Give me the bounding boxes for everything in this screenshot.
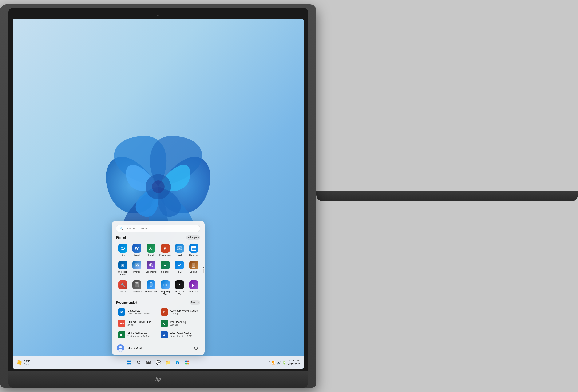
taskbar-search[interactable]: [135, 358, 143, 367]
svg-rect-22: [136, 283, 138, 284]
taskbar-taskview[interactable]: [144, 358, 153, 367]
time-date[interactable]: 11:11 AM 4/27/2023: [288, 359, 300, 366]
rec-subtitle-peru: 12h ago: [170, 324, 198, 326]
rec-peru[interactable]: X Peru Planning 12h ago: [159, 318, 200, 329]
app-onenote[interactable]: N OneNote: [187, 279, 200, 298]
excel-icon: X: [146, 244, 155, 253]
svg-rect-47: [129, 363, 131, 364]
svg-text:🔧: 🔧: [121, 282, 126, 287]
app-calendar[interactable]: 27 Calendar: [187, 242, 200, 258]
svg-rect-50: [146, 361, 148, 362]
rec-subtitle-get-started: Welcome to Windows: [127, 312, 156, 315]
rec-summit[interactable]: PDF Summit Hiking Guide 2h ago: [116, 318, 158, 329]
taskbar-explorer[interactable]: 📁: [164, 358, 172, 367]
app-utilities[interactable]: 🔧 Utilities: [116, 279, 129, 298]
more-button[interactable]: More ›: [190, 301, 200, 305]
app-excel[interactable]: X Excel: [144, 242, 158, 258]
recommended-label: Recommended: [116, 301, 137, 304]
word-label: Word: [134, 254, 140, 257]
page-dot-1: [203, 267, 204, 268]
taskbar-right: ^ 📶 🔊 🔋 11:11 AM 4/27/2023: [269, 359, 300, 366]
app-powerpoint[interactable]: P PowerPoint: [159, 242, 172, 258]
rec-icon-get-started: [118, 308, 125, 316]
all-apps-button[interactable]: All apps ›: [186, 235, 200, 240]
recommended-header: Recommended More ›: [116, 301, 200, 305]
app-todo[interactable]: To Do: [173, 259, 186, 278]
svg-point-24: [137, 285, 137, 285]
taskbar-edge[interactable]: [173, 358, 182, 367]
rec-subtitle-westcoast: Yesterday at 1:15 PM: [170, 335, 198, 338]
rec-info-summit: Summit Hiking Guide 2h ago: [127, 321, 156, 326]
svg-text:X: X: [120, 333, 122, 337]
snipping-icon: ✂: [161, 280, 170, 289]
svg-rect-53: [149, 362, 150, 364]
clipchamp-label: Clipchamp: [145, 270, 156, 273]
word-icon: W: [133, 244, 141, 253]
clipchamp-icon: [146, 261, 155, 269]
battery-icon[interactable]: 🔋: [282, 361, 287, 365]
utilities-icon: 🔧: [118, 280, 127, 289]
laptop-base: [316, 191, 578, 201]
network-icon[interactable]: 📶: [271, 361, 276, 365]
pinned-label: Pinned: [116, 236, 126, 239]
weather-widget[interactable]: ☀️ 72°F Sunny: [16, 359, 31, 366]
tray-expand[interactable]: ^: [269, 361, 270, 364]
svg-point-25: [137, 285, 138, 285]
app-photos[interactable]: Photos: [130, 259, 144, 278]
svg-rect-57: [188, 363, 189, 364]
svg-text:✂: ✂: [163, 282, 167, 287]
app-solitaire[interactable]: ♠ Solitaire: [159, 259, 172, 278]
volume-icon[interactable]: 🔊: [277, 361, 281, 365]
power-button[interactable]: [192, 345, 199, 351]
start-button[interactable]: [125, 358, 133, 367]
taskbar-teams[interactable]: 💬: [154, 358, 162, 367]
app-mail[interactable]: Mail: [173, 242, 186, 258]
svg-point-23: [136, 285, 137, 285]
svg-text:P: P: [163, 310, 165, 314]
user-name: Takumi Morita: [126, 347, 143, 350]
svg-rect-5: [177, 247, 182, 250]
search-input[interactable]: Type here to search: [125, 227, 197, 230]
ventilation-left: [357, 196, 441, 196]
svg-point-35: [120, 310, 123, 314]
rec-info-peru: Peru Planning 12h ago: [170, 321, 198, 326]
rec-get-started[interactable]: Get Started Welcome to Windows: [116, 307, 158, 317]
page-indicators: [203, 267, 204, 273]
pinned-header: Pinned All apps ›: [116, 235, 200, 240]
date: 4/27/2023: [288, 362, 300, 366]
store-label: Microsoft Store: [117, 270, 129, 276]
powerpoint-label: PowerPoint: [159, 254, 171, 257]
app-journal[interactable]: Journal: [187, 259, 200, 278]
svg-text:P: P: [163, 246, 166, 251]
app-grid: Edge W Word X Excel: [116, 242, 200, 298]
app-clipchamp[interactable]: Clipchamp: [144, 259, 158, 278]
camera-dot: [157, 14, 159, 16]
rec-icon-westcoast: W: [161, 331, 168, 338]
taskbar-store[interactable]: [183, 358, 192, 367]
rec-westcoast[interactable]: W West Coast Design Yesterday at 1:15 PM: [159, 329, 200, 340]
rec-icon-alpine: X: [118, 331, 125, 338]
rec-title-adventure: Adventure Works Cycles: [170, 309, 198, 312]
app-edge[interactable]: Edge: [116, 242, 129, 258]
svg-point-26: [136, 286, 137, 286]
app-calculator[interactable]: Calculator: [130, 279, 144, 298]
phonelink-label: Phone Link: [145, 290, 157, 293]
user-info[interactable]: Takumi Morita: [117, 345, 143, 351]
app-word[interactable]: W Word: [130, 242, 144, 258]
search-bar[interactable]: 🔍 Type here to search: [116, 225, 200, 232]
rec-adventure[interactable]: P Adventure Works Cycles 17m ago: [159, 307, 200, 317]
rec-title-summit: Summit Hiking Guide: [127, 321, 156, 324]
rec-alpine[interactable]: X Alpine Ski House Yesterday at 4:24 PM: [116, 329, 158, 340]
app-snipping[interactable]: ✂ Snipping Tool: [159, 279, 172, 298]
taskbar-left: ☀️ 72°F Sunny: [16, 359, 54, 366]
svg-rect-16: [192, 263, 195, 267]
app-movies[interactable]: Movies & TV: [173, 279, 186, 298]
todo-icon: [175, 261, 184, 269]
taskbar-center: 💬 📁: [125, 358, 192, 367]
edge-label: Edge: [120, 254, 126, 257]
weather-condition: Sunny: [24, 363, 31, 365]
svg-rect-52: [146, 362, 148, 364]
search-icon: 🔍: [120, 227, 123, 230]
app-phonelink[interactable]: Phone Link: [144, 279, 158, 298]
app-store[interactable]: ⊞ Microsoft Store: [116, 259, 129, 278]
